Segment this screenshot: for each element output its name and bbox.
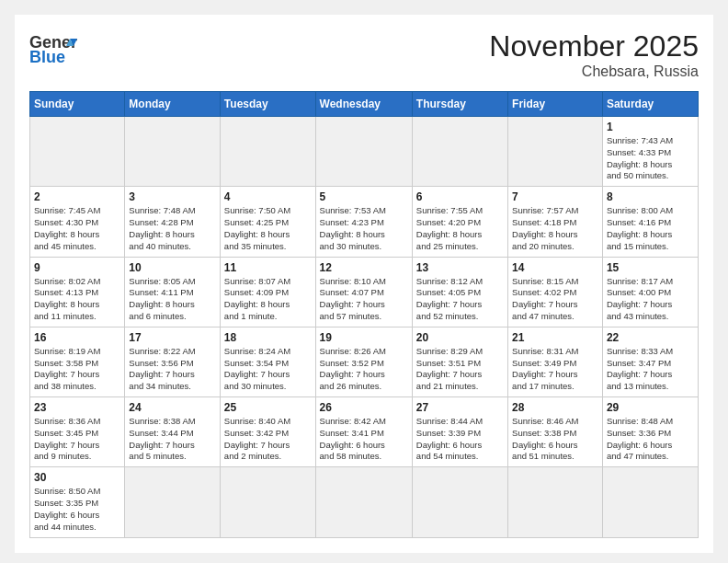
day-number: 13 xyxy=(416,261,504,274)
calendar-cell: 23Sunrise: 8:36 AM Sunset: 3:45 PM Dayli… xyxy=(30,397,125,467)
day-info: Sunrise: 8:05 AM Sunset: 4:11 PM Dayligh… xyxy=(129,276,216,323)
weekday-header-row: Sunday Monday Tuesday Wednesday Thursday… xyxy=(30,92,699,117)
calendar-cell: 13Sunrise: 8:12 AM Sunset: 4:05 PM Dayli… xyxy=(412,257,507,327)
day-info: Sunrise: 8:22 AM Sunset: 3:56 PM Dayligh… xyxy=(129,346,216,393)
day-info: Sunrise: 8:42 AM Sunset: 3:41 PM Dayligh… xyxy=(320,416,408,463)
day-number: 1 xyxy=(607,121,694,133)
day-info: Sunrise: 7:43 AM Sunset: 4:33 PM Dayligh… xyxy=(607,135,694,182)
day-number: 18 xyxy=(224,331,312,344)
calendar-cell xyxy=(220,467,315,537)
calendar-cell xyxy=(30,117,125,187)
day-info: Sunrise: 8:44 AM Sunset: 3:39 PM Dayligh… xyxy=(416,416,504,463)
day-info: Sunrise: 8:17 AM Sunset: 4:00 PM Dayligh… xyxy=(607,276,694,323)
day-info: Sunrise: 7:50 AM Sunset: 4:25 PM Dayligh… xyxy=(224,205,312,252)
calendar-cell xyxy=(508,117,603,187)
day-info: Sunrise: 8:33 AM Sunset: 3:47 PM Dayligh… xyxy=(607,346,694,393)
day-info: Sunrise: 8:00 AM Sunset: 4:16 PM Dayligh… xyxy=(607,205,694,252)
day-info: Sunrise: 7:48 AM Sunset: 4:28 PM Dayligh… xyxy=(129,205,216,252)
calendar-cell: 1Sunrise: 7:43 AM Sunset: 4:33 PM Daylig… xyxy=(602,117,698,187)
calendar-subtitle: Chebsara, Russia xyxy=(489,63,699,80)
day-number: 10 xyxy=(129,261,216,274)
calendar-table: Sunday Monday Tuesday Wednesday Thursday… xyxy=(29,91,699,538)
day-number: 22 xyxy=(607,331,694,344)
header-saturday: Saturday xyxy=(602,92,698,117)
logo: General Blue xyxy=(29,29,77,64)
calendar-cell: 7Sunrise: 7:57 AM Sunset: 4:18 PM Daylig… xyxy=(508,187,603,257)
week-row-2: 9Sunrise: 8:02 AM Sunset: 4:13 PM Daylig… xyxy=(30,257,699,327)
day-info: Sunrise: 8:26 AM Sunset: 3:52 PM Dayligh… xyxy=(320,346,408,393)
calendar-cell: 5Sunrise: 7:53 AM Sunset: 4:23 PM Daylig… xyxy=(315,187,412,257)
header: General Blue November 2025 Chebsara, Rus… xyxy=(29,29,699,80)
calendar-cell xyxy=(125,467,221,537)
header-friday: Friday xyxy=(508,92,603,117)
calendar-cell: 3Sunrise: 7:48 AM Sunset: 4:28 PM Daylig… xyxy=(125,187,221,257)
day-info: Sunrise: 8:48 AM Sunset: 3:36 PM Dayligh… xyxy=(607,416,694,463)
calendar-cell: 15Sunrise: 8:17 AM Sunset: 4:00 PM Dayli… xyxy=(602,257,698,327)
calendar-cell: 22Sunrise: 8:33 AM Sunset: 3:47 PM Dayli… xyxy=(602,327,698,396)
title-block: November 2025 Chebsara, Russia xyxy=(489,29,699,80)
calendar-cell xyxy=(315,467,412,537)
calendar-cell: 6Sunrise: 7:55 AM Sunset: 4:20 PM Daylig… xyxy=(412,187,507,257)
day-info: Sunrise: 8:07 AM Sunset: 4:09 PM Dayligh… xyxy=(224,276,312,323)
week-row-4: 23Sunrise: 8:36 AM Sunset: 3:45 PM Dayli… xyxy=(30,397,699,467)
day-number: 12 xyxy=(320,261,408,274)
calendar-cell: 17Sunrise: 8:22 AM Sunset: 3:56 PM Dayli… xyxy=(125,327,221,396)
calendar-cell xyxy=(315,117,412,187)
day-info: Sunrise: 7:53 AM Sunset: 4:23 PM Dayligh… xyxy=(320,205,408,252)
day-number: 6 xyxy=(416,190,504,203)
header-tuesday: Tuesday xyxy=(220,92,315,117)
day-info: Sunrise: 8:10 AM Sunset: 4:07 PM Dayligh… xyxy=(320,276,408,323)
day-info: Sunrise: 8:36 AM Sunset: 3:45 PM Dayligh… xyxy=(34,416,120,463)
day-info: Sunrise: 8:19 AM Sunset: 3:58 PM Dayligh… xyxy=(34,346,120,393)
calendar-cell: 25Sunrise: 8:40 AM Sunset: 3:42 PM Dayli… xyxy=(220,397,315,467)
day-number: 16 xyxy=(34,331,120,344)
week-row-5: 30Sunrise: 8:50 AM Sunset: 3:35 PM Dayli… xyxy=(30,467,699,537)
logo-icon: General Blue xyxy=(29,29,77,64)
calendar-cell: 29Sunrise: 8:48 AM Sunset: 3:36 PM Dayli… xyxy=(602,397,698,467)
calendar-cell: 16Sunrise: 8:19 AM Sunset: 3:58 PM Dayli… xyxy=(30,327,125,396)
day-number: 9 xyxy=(34,261,120,274)
day-number: 15 xyxy=(607,261,694,274)
day-info: Sunrise: 8:38 AM Sunset: 3:44 PM Dayligh… xyxy=(129,416,216,463)
day-info: Sunrise: 8:40 AM Sunset: 3:42 PM Dayligh… xyxy=(224,416,312,463)
day-number: 11 xyxy=(224,261,312,274)
day-info: Sunrise: 8:46 AM Sunset: 3:38 PM Dayligh… xyxy=(512,416,598,463)
calendar-cell: 2Sunrise: 7:45 AM Sunset: 4:30 PM Daylig… xyxy=(30,187,125,257)
calendar-cell xyxy=(412,117,507,187)
day-number: 24 xyxy=(129,401,216,414)
day-number: 21 xyxy=(512,331,598,344)
calendar-cell xyxy=(220,117,315,187)
day-number: 27 xyxy=(416,401,504,414)
svg-text:Blue: Blue xyxy=(29,48,65,64)
day-info: Sunrise: 8:02 AM Sunset: 4:13 PM Dayligh… xyxy=(34,276,120,323)
logo-svg: General Blue xyxy=(29,29,77,64)
calendar-cell: 18Sunrise: 8:24 AM Sunset: 3:54 PM Dayli… xyxy=(220,327,315,396)
day-info: Sunrise: 7:45 AM Sunset: 4:30 PM Dayligh… xyxy=(34,205,120,252)
day-number: 20 xyxy=(416,331,504,344)
calendar-cell xyxy=(508,467,603,537)
header-sunday: Sunday xyxy=(30,92,125,117)
calendar-cell: 21Sunrise: 8:31 AM Sunset: 3:49 PM Dayli… xyxy=(508,327,603,396)
calendar-cell: 11Sunrise: 8:07 AM Sunset: 4:09 PM Dayli… xyxy=(220,257,315,327)
week-row-3: 16Sunrise: 8:19 AM Sunset: 3:58 PM Dayli… xyxy=(30,327,699,396)
calendar-cell: 14Sunrise: 8:15 AM Sunset: 4:02 PM Dayli… xyxy=(508,257,603,327)
calendar-cell xyxy=(602,467,698,537)
header-monday: Monday xyxy=(125,92,221,117)
calendar-cell xyxy=(125,117,221,187)
day-info: Sunrise: 8:31 AM Sunset: 3:49 PM Dayligh… xyxy=(512,346,598,393)
calendar-title: November 2025 xyxy=(489,29,699,63)
day-number: 29 xyxy=(607,401,694,414)
calendar-cell: 27Sunrise: 8:44 AM Sunset: 3:39 PM Dayli… xyxy=(412,397,507,467)
day-number: 5 xyxy=(320,190,408,203)
day-number: 25 xyxy=(224,401,312,414)
calendar-cell: 26Sunrise: 8:42 AM Sunset: 3:41 PM Dayli… xyxy=(315,397,412,467)
day-info: Sunrise: 8:50 AM Sunset: 3:35 PM Dayligh… xyxy=(34,486,120,533)
day-info: Sunrise: 8:24 AM Sunset: 3:54 PM Dayligh… xyxy=(224,346,312,393)
day-number: 23 xyxy=(34,401,120,414)
calendar-page: General Blue November 2025 Chebsara, Rus… xyxy=(15,15,713,553)
day-number: 17 xyxy=(129,331,216,344)
calendar-cell: 10Sunrise: 8:05 AM Sunset: 4:11 PM Dayli… xyxy=(125,257,221,327)
day-info: Sunrise: 8:15 AM Sunset: 4:02 PM Dayligh… xyxy=(512,276,598,323)
day-number: 4 xyxy=(224,190,312,203)
header-wednesday: Wednesday xyxy=(315,92,412,117)
